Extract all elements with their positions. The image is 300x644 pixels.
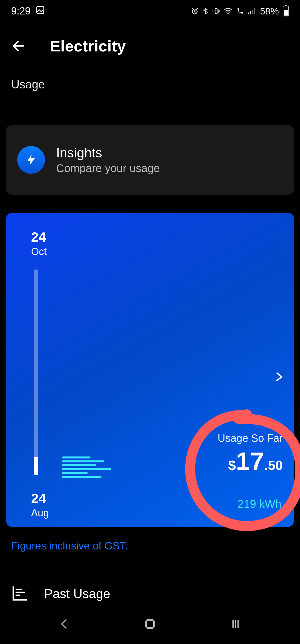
- svg-rect-17: [146, 620, 154, 628]
- app-header: Electricity: [0, 31, 300, 61]
- signal-icon: [247, 7, 256, 15]
- vibrate-icon: [212, 7, 221, 15]
- usage-so-far-amount: $17.50: [218, 447, 283, 476]
- period-progress-fill: [34, 457, 38, 475]
- next-period-button[interactable]: [273, 368, 284, 386]
- nav-back-button[interactable]: [58, 618, 71, 631]
- bolt-icon: [17, 146, 45, 174]
- wifi-calling-icon: [236, 7, 244, 15]
- period-end-date: 24 Oct: [31, 229, 47, 257]
- usage-so-far-label: Usage So Far: [218, 432, 283, 444]
- bar-chart-icon: [11, 584, 29, 603]
- svg-point-3: [228, 13, 229, 14]
- usage-card[interactable]: 24 Oct Usage So Far $17.50 219 kWh 24 Au…: [6, 213, 294, 527]
- nav-recents-button[interactable]: [229, 618, 242, 631]
- usage-kwh: 219 kWh: [238, 498, 281, 510]
- tab-usage[interactable]: Usage: [11, 77, 45, 91]
- alarm-icon: [191, 7, 199, 15]
- svg-rect-0: [37, 6, 44, 14]
- svg-rect-4: [248, 13, 249, 14]
- gst-note: Figures inclusive of GST.: [11, 540, 128, 552]
- past-usage-label: Past Usage: [44, 586, 110, 601]
- period-start-date: 24 Aug: [31, 491, 49, 519]
- status-clock: 9:29: [11, 5, 31, 17]
- picture-icon: [36, 5, 45, 17]
- svg-rect-6: [252, 10, 253, 14]
- bluetooth-icon: [202, 7, 209, 15]
- usage-so-far: Usage So Far $17.50: [218, 432, 283, 476]
- insights-card[interactable]: Insights Compare your usage: [6, 125, 294, 195]
- svg-rect-5: [250, 11, 251, 14]
- period-progress-track: [34, 269, 38, 475]
- back-button[interactable]: [11, 38, 33, 53]
- svg-rect-7: [254, 8, 255, 14]
- status-bar: 9:29 58%: [0, 0, 300, 22]
- daily-usage-sparkline: [62, 455, 114, 480]
- past-usage-row[interactable]: Past Usage: [11, 577, 289, 610]
- nav-home-button[interactable]: [143, 617, 157, 632]
- insights-subtitle: Compare your usage: [56, 162, 160, 175]
- system-nav-bar: [0, 611, 300, 644]
- battery-percent: 58%: [260, 6, 279, 17]
- insights-title: Insights: [56, 145, 160, 160]
- battery-icon: [283, 6, 289, 16]
- wifi-icon: [223, 7, 233, 15]
- page-title: Electricity: [50, 37, 126, 55]
